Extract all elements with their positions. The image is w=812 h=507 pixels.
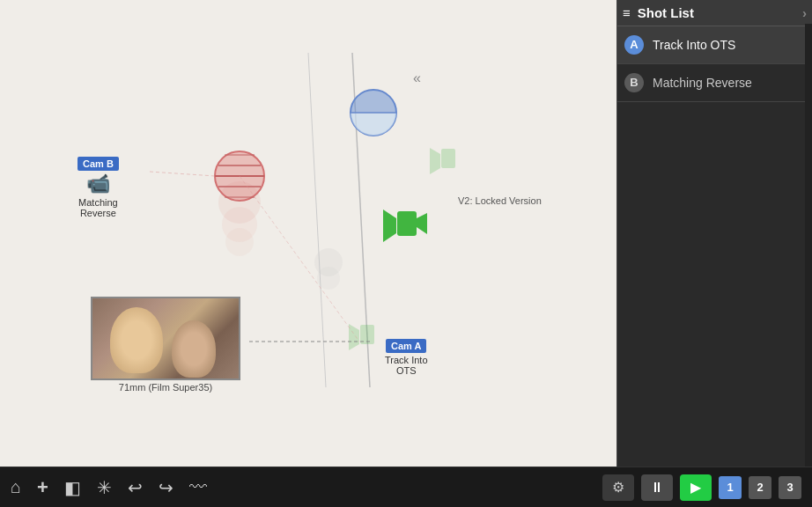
- add-icon[interactable]: +: [37, 476, 48, 499]
- home-icon[interactable]: ⌂: [11, 477, 21, 497]
- gesture-icon[interactable]: 〰: [189, 477, 207, 497]
- svg-line-25: [150, 172, 215, 176]
- shot-list-icon: ≡: [623, 5, 631, 20]
- svg-line-1: [308, 53, 326, 387]
- right-controls: ⚙ ⏸ ▶ 1 2 3: [602, 474, 812, 501]
- cam-a-description: Track IntoOTS: [385, 355, 428, 376]
- svg-rect-21: [441, 149, 455, 168]
- cam-a-marker: Cam A Track IntoOTS: [385, 339, 428, 376]
- cam-a-label: Cam A: [386, 339, 426, 353]
- main-canvas: Cam B 📹 MatchingReverse Cam A Track Into…: [0, 0, 616, 467]
- svg-marker-22: [349, 324, 359, 350]
- chevron-right-icon: ›: [802, 5, 807, 20]
- svg-marker-19: [417, 213, 427, 234]
- asterisk-icon[interactable]: ✳: [97, 477, 112, 498]
- shot-list-item-a[interactable]: A Track Into OTS: [617, 26, 812, 64]
- version-label: V2: Locked Version: [458, 195, 542, 206]
- bottom-toolbar: ⌂ + ◧ ✳ ↩ ↪ 〰 ⚙ ⏸ ▶ 1 2 3: [0, 467, 812, 507]
- svg-point-7: [317, 267, 340, 290]
- shot-list-scrollbar[interactable]: [805, 24, 812, 467]
- canvas-svg: [0, 0, 616, 467]
- play-button[interactable]: ▶: [680, 474, 712, 501]
- shot-name-b: Matching Reverse: [653, 76, 752, 90]
- collapse-arrow[interactable]: «: [413, 70, 421, 86]
- page-3-button[interactable]: 3: [779, 476, 801, 499]
- svg-point-3: [218, 181, 261, 224]
- cam-b-marker: Cam B 📹 MatchingReverse: [78, 157, 119, 218]
- svg-point-6: [314, 248, 343, 276]
- svg-marker-20: [430, 148, 440, 174]
- svg-point-5: [225, 228, 254, 256]
- shot-list-header: ≡ Shot List ›: [617, 0, 812, 26]
- thumbnail-container: [91, 297, 240, 380]
- svg-point-2: [215, 151, 264, 201]
- svg-rect-23: [360, 325, 374, 344]
- redo-icon[interactable]: ↪: [159, 477, 173, 498]
- page-1-button[interactable]: 1: [719, 476, 742, 499]
- svg-line-26: [240, 176, 359, 342]
- page-2-button[interactable]: 2: [749, 476, 771, 499]
- shot-label-b: B: [624, 73, 644, 92]
- shot-label-a: A: [624, 35, 644, 55]
- svg-point-8: [215, 151, 264, 201]
- svg-marker-17: [383, 209, 396, 242]
- shot-list-panel: ≡ Shot List › A Track Into OTS B Matchin…: [616, 0, 812, 467]
- svg-point-9: [215, 151, 264, 201]
- cam-b-label: Cam B: [78, 157, 119, 171]
- layers-icon[interactable]: ◧: [64, 477, 81, 498]
- undo-icon[interactable]: ↩: [128, 477, 143, 498]
- shot-list-title: Shot List: [638, 5, 694, 20]
- puzzle-button[interactable]: ⚙: [602, 474, 634, 501]
- shot-list-item-b[interactable]: B Matching Reverse: [617, 64, 812, 102]
- cam-b-icon: 📹: [86, 173, 110, 195]
- thumbnail-label: 71mm (Film Super35): [91, 382, 240, 393]
- cam-b-description: MatchingReverse: [78, 197, 118, 218]
- svg-line-0: [352, 53, 370, 387]
- thumbnail-image: [92, 298, 240, 380]
- shot-name-a: Track Into OTS: [653, 38, 735, 52]
- svg-rect-18: [397, 211, 417, 236]
- svg-point-4: [222, 207, 257, 242]
- svg-point-15: [351, 90, 396, 136]
- pause-button[interactable]: ⏸: [641, 474, 673, 501]
